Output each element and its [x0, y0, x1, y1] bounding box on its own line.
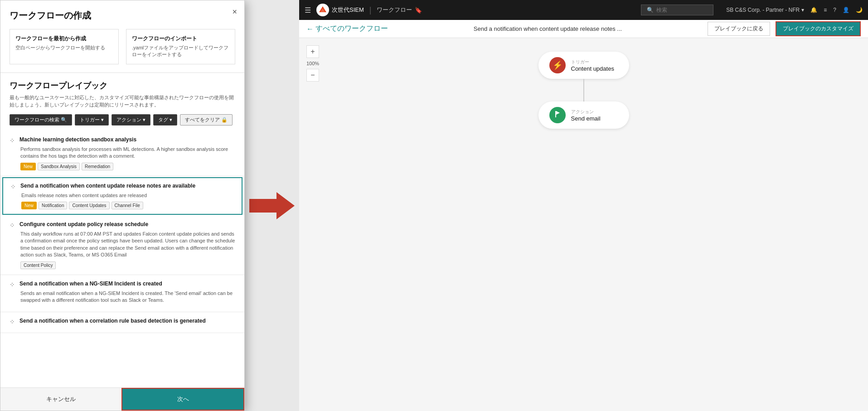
item3-title: Configure content update policy release …	[19, 221, 148, 227]
help-icon[interactable]: ?	[833, 7, 836, 13]
import-workflow-option[interactable]: ワークフローのインポート .yamlファイルをアップロードしてワークフローをイン…	[126, 29, 235, 64]
item5-icon: ⁘	[10, 318, 15, 325]
search-icon: 🔍	[647, 7, 654, 13]
org-selector[interactable]: SB C&S Corp. - Partner - NFR ▾	[726, 7, 804, 13]
tag-new2: New	[21, 202, 37, 209]
option2-title: ワークフローのインポート	[132, 35, 229, 43]
logo-text: 次世代SIEM	[332, 6, 364, 14]
nav-divider: |	[369, 5, 372, 15]
list-item[interactable]: ⁘ Machine learning detection sandbox ana…	[0, 131, 244, 176]
back-button[interactable]: ← すべてのワークフロー	[306, 24, 388, 34]
next-button[interactable]: 次へ	[121, 388, 244, 411]
tag-filter-btn[interactable]: タグ ▾	[153, 114, 177, 126]
zoom-controls: + 100% −	[306, 45, 319, 82]
trigger-filter-label: トリガー ▾	[80, 116, 104, 123]
trigger-icon: ⚡	[549, 57, 566, 73]
item1-header: ⁘ Machine learning detection sandbox ana…	[10, 136, 235, 144]
trigger-node[interactable]: ⚡ トリガー Content updates	[538, 52, 629, 79]
list-item[interactable]: ⁘ Send a notification when content updat…	[2, 177, 242, 215]
action-node[interactable]: アクション Send email	[538, 102, 629, 129]
list-icon[interactable]: ≡	[824, 7, 827, 13]
topnav: ☰ 次世代SIEM | ワークフロー 🔖 🔍 SB C&S Corp. - Pa…	[299, 0, 868, 20]
item3-header: ⁘ Configure content update policy releas…	[10, 221, 235, 229]
tag-new: New	[20, 163, 36, 170]
item3-tags: Content Policy	[20, 261, 235, 269]
action-filter-btn[interactable]: アクション ▾	[112, 114, 150, 126]
modal-panel: ワークフローの作成 × ワークフローを最初から作成 空白ページからワークフローを…	[0, 0, 245, 411]
tag-remediation: Remediation	[82, 163, 113, 170]
search-filter-label: ワークフローの検索 🔍	[15, 116, 67, 123]
bookmark-icon[interactable]: 🔖	[415, 7, 422, 14]
workflow-canvas: + 100% − ⚡ トリガー Content updates	[299, 38, 868, 411]
item2-icon: ⁘	[10, 183, 16, 190]
list-item[interactable]: ⁘ Send a notification when a correlation…	[0, 312, 244, 333]
item2-tags: New Notification Content Updates Channel…	[21, 202, 234, 209]
modal-header: ワークフローの作成 × ワークフローを最初から作成 空白ページからワークフローを…	[0, 0, 244, 73]
topnav-search[interactable]: 🔍	[641, 5, 713, 15]
filter-bar: ワークフローの検索 🔍 トリガー ▾ アクション ▾ タグ ▾ すべてをクリア …	[0, 114, 244, 131]
falcon-logo-icon	[319, 6, 327, 14]
item5-header: ⁘ Send a notification when a correlation…	[10, 318, 235, 325]
tag-content-updates: Content Updates	[69, 202, 109, 209]
hamburger-icon[interactable]: ☰	[305, 6, 311, 15]
back-text: すべてのワークフロー	[315, 24, 388, 34]
item5-title: Send a notification when a correlation r…	[19, 318, 206, 324]
modal-title: ワークフローの作成	[10, 10, 235, 22]
section-desc: 最も一般的なユースケースに対応した、カスタマイズ可能な事前構築されたワークフロー…	[0, 94, 244, 114]
search-input[interactable]	[656, 7, 702, 13]
list-item[interactable]: ⁘ Send a notification when a NG-SIEM Inc…	[0, 275, 244, 313]
trigger-icon-symbol: ⚡	[553, 60, 563, 70]
search-filter-btn[interactable]: ワークフローの検索 🔍	[10, 114, 72, 126]
item1-icon: ⁘	[10, 137, 15, 144]
playbook-back-button[interactable]: プレイブックに戻る	[708, 22, 770, 36]
modal-footer: キャンセル 次へ	[0, 387, 244, 411]
close-button[interactable]: ×	[232, 8, 237, 16]
svg-marker-4	[556, 111, 560, 115]
item1-title: Machine learning detection sandbox analy…	[19, 136, 136, 143]
action-label: アクション	[571, 109, 601, 115]
tag-sandbox: Sandbox Analysis	[38, 163, 80, 170]
workflow-title: Send a notification when content update …	[393, 25, 702, 32]
item1-tags: New Sandbox Analysis Remediation	[20, 163, 235, 170]
subnav: ← すべてのワークフロー Send a notification when co…	[299, 20, 868, 38]
item4-header: ⁘ Send a notification when a NG-SIEM Inc…	[10, 280, 235, 288]
svg-marker-0	[249, 192, 295, 219]
tag-channel-file: Channel File	[112, 202, 143, 209]
chevron-down-icon: ▾	[801, 7, 804, 13]
topnav-icons: 🔔 ≡ ? 👤 🌙	[810, 7, 863, 13]
trigger-filter-btn[interactable]: トリガー ▾	[75, 114, 109, 126]
clear-all-btn[interactable]: すべてをクリア 🔒	[180, 114, 233, 126]
user-icon[interactable]: 👤	[843, 7, 849, 13]
action-filter-label: アクション ▾	[116, 116, 145, 123]
workflow-panel: ☰ 次世代SIEM | ワークフロー 🔖 🔍 SB C&S Corp. - Pa…	[299, 0, 868, 411]
zoom-in-button[interactable]: +	[306, 45, 319, 58]
topnav-logo: 次世代SIEM	[316, 4, 364, 16]
tag-content-policy: Content Policy	[20, 261, 56, 269]
right-arrow-icon	[249, 192, 295, 219]
trigger-node-content: トリガー Content updates	[571, 59, 614, 72]
zoom-level: 100%	[306, 60, 319, 67]
section-title: ワークフロープレイブック	[0, 73, 244, 94]
zoom-out-button[interactable]: −	[306, 69, 319, 82]
svg-rect-3	[555, 111, 556, 117]
create-from-scratch-option[interactable]: ワークフローを最初から作成 空白ページからワークフローを開始する	[10, 29, 119, 64]
item3-desc: This daily workflow runs at 07:00 AM PST…	[20, 231, 235, 259]
list-item[interactable]: ⁘ Configure content update policy releas…	[0, 216, 244, 275]
clear-all-label: すべてをクリア 🔒	[185, 116, 228, 123]
cancel-button[interactable]: キャンセル	[0, 388, 121, 411]
customize-playbook-button[interactable]: プレイブックのカスタマイズ	[776, 21, 861, 36]
flag-icon	[553, 110, 562, 118]
moon-icon[interactable]: 🌙	[856, 7, 863, 13]
workflow-nodes: ⚡ トリガー Content updates	[538, 52, 629, 129]
trigger-title: Content updates	[571, 65, 614, 72]
item2-title: Send a notification when content update …	[20, 183, 195, 189]
item2-header: ⁘ Send a notification when content updat…	[10, 183, 234, 190]
trigger-label: トリガー	[571, 59, 614, 65]
option1-title: ワークフローを最初から作成	[15, 35, 113, 43]
tag-notification: Notification	[39, 202, 67, 209]
bell-icon[interactable]: 🔔	[810, 7, 817, 13]
tag-filter-label: タグ ▾	[158, 116, 172, 123]
logo-icon	[316, 4, 329, 16]
breadcrumb: ワークフロー 🔖	[377, 6, 422, 14]
topnav-right: SB C&S Corp. - Partner - NFR ▾ 🔔 ≡ ? 👤 🌙	[726, 7, 863, 13]
